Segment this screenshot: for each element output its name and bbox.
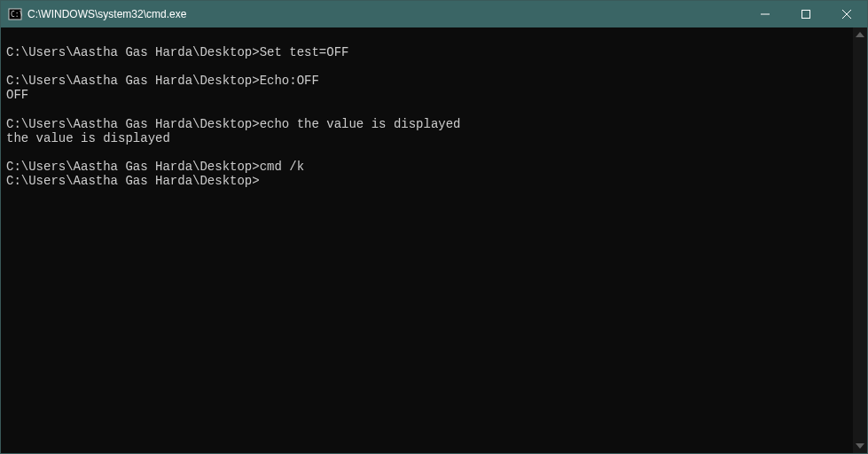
- command-text: cmd /k: [260, 160, 304, 174]
- blank-line: [6, 59, 848, 74]
- prompt: C:\Users\Aastha Gas Harda\Desktop>: [6, 160, 260, 174]
- output-line: the value is displayed: [6, 131, 848, 145]
- blank-line: [6, 145, 848, 160]
- blank-line: [6, 31, 848, 45]
- command-line: C:\Users\Aastha Gas Harda\Desktop>Set te…: [6, 45, 848, 59]
- prompt: C:\Users\Aastha Gas Harda\Desktop>: [6, 174, 260, 188]
- scroll-up-icon[interactable]: [853, 27, 867, 42]
- command-text: Echo:OFF: [260, 74, 319, 88]
- svg-marker-7: [856, 443, 864, 449]
- minimize-button[interactable]: [745, 1, 786, 27]
- titlebar[interactable]: C:\ C:\WINDOWS\system32\cmd.exe: [1, 1, 867, 27]
- command-text: echo the value is displayed: [260, 117, 461, 131]
- scrollbar[interactable]: [853, 27, 867, 453]
- command-line: C:\Users\Aastha Gas Harda\Desktop>: [6, 174, 848, 188]
- blank-line: [6, 102, 848, 116]
- terminal-body: C:\Users\Aastha Gas Harda\Desktop>Set te…: [1, 27, 867, 453]
- prompt: C:\Users\Aastha Gas Harda\Desktop>: [6, 45, 260, 59]
- svg-text:C:\: C:\: [11, 11, 22, 19]
- maximize-button[interactable]: [786, 1, 826, 27]
- terminal-content[interactable]: C:\Users\Aastha Gas Harda\Desktop>Set te…: [1, 27, 853, 453]
- svg-rect-3: [802, 11, 810, 19]
- command-text: Set test=OFF: [260, 45, 349, 59]
- window-controls: [745, 1, 867, 27]
- window-title: C:\WINDOWS\system32\cmd.exe: [27, 8, 745, 20]
- prompt: C:\Users\Aastha Gas Harda\Desktop>: [6, 117, 260, 131]
- close-button[interactable]: [826, 1, 867, 27]
- command-line: C:\Users\Aastha Gas Harda\Desktop>Echo:O…: [6, 74, 848, 88]
- cmd-window: C:\ C:\WINDOWS\system32\cmd.exe C:\Users…: [0, 0, 868, 454]
- svg-marker-6: [856, 32, 864, 37]
- output-line: OFF: [6, 88, 848, 102]
- prompt: C:\Users\Aastha Gas Harda\Desktop>: [6, 74, 260, 88]
- scroll-down-icon[interactable]: [853, 439, 867, 453]
- cmd-icon: C:\: [8, 7, 22, 21]
- command-line: C:\Users\Aastha Gas Harda\Desktop>cmd /k: [6, 160, 848, 174]
- command-line: C:\Users\Aastha Gas Harda\Desktop>echo t…: [6, 117, 848, 131]
